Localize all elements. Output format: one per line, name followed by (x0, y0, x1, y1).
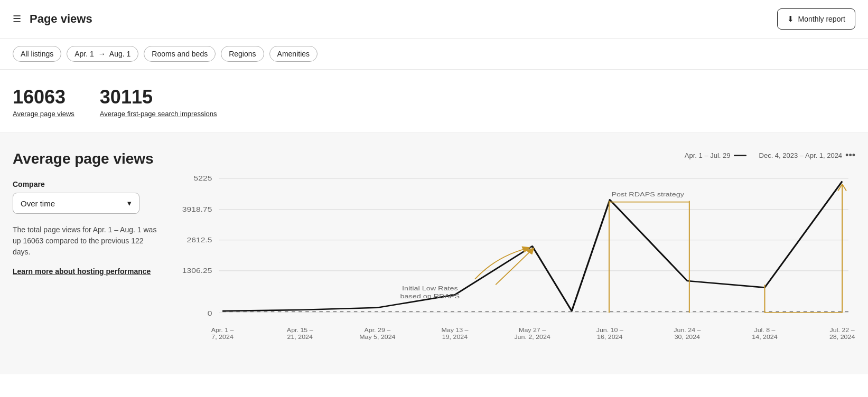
svg-text:Apr. 1 –: Apr. 1 – (211, 327, 235, 333)
svg-text:5225: 5225 (194, 174, 212, 182)
filter-bar: All listings Apr. 1 → Aug. 1 Rooms and b… (0, 39, 868, 70)
stats-section: 16063 Average page views 30115 Average f… (0, 70, 868, 133)
svg-line-21 (842, 184, 846, 191)
chart-left-panel: Average page views Compare Over time ▾ T… (13, 150, 161, 357)
svg-text:May 27 –: May 27 – (519, 327, 546, 333)
svg-text:Initial Low Rates: Initial Low Rates (402, 285, 458, 291)
svg-line-10 (496, 250, 531, 285)
svg-text:Jul. 22 –: Jul. 22 – (830, 327, 855, 333)
chart-section: Average page views Compare Over time ▾ T… (0, 133, 868, 374)
legend-solid-line (734, 155, 746, 156)
stat-page-views-label[interactable]: Average page views (13, 110, 74, 118)
compare-dropdown[interactable]: Over time ▾ (13, 193, 139, 214)
date-range-label: Apr. 1 (74, 50, 94, 58)
stat-impressions-value: 30115 (100, 87, 217, 108)
svg-text:16, 2024: 16, 2024 (597, 334, 622, 340)
svg-text:3918.75: 3918.75 (182, 205, 212, 213)
chart-right-panel: Apr. 1 – Jul. 29 Dec. 4, 2023 – Apr. 1, … (178, 150, 855, 357)
chart-legend: Apr. 1 – Jul. 29 Dec. 4, 2023 – Apr. 1, … (178, 150, 855, 161)
download-icon: ⬇ (787, 14, 794, 24)
svg-text:21, 2024: 21, 2024 (287, 334, 313, 340)
legend-series1: Apr. 1 – Jul. 29 (685, 152, 746, 159)
stat-page-views: 16063 Average page views (13, 87, 74, 118)
filter-date-range[interactable]: Apr. 1 → Aug. 1 (67, 46, 138, 62)
svg-text:May 5, 2024: May 5, 2024 (359, 334, 395, 340)
stat-impressions: 30115 Average first-page search impressi… (100, 87, 217, 118)
svg-text:Jul. 8 –: Jul. 8 – (754, 327, 776, 333)
svg-text:2612.5: 2612.5 (186, 236, 212, 243)
filter-regions[interactable]: Regions (221, 46, 264, 62)
header: ☰ Page views ⬇ Monthly report (0, 0, 868, 39)
svg-text:0: 0 (208, 309, 212, 317)
stats-row: 16063 Average page views 30115 Average f… (13, 87, 855, 118)
legend-series2: Dec. 4, 2023 – Apr. 1, 2024 ••• (759, 150, 855, 161)
svg-text:7, 2024: 7, 2024 (211, 334, 233, 340)
svg-text:Apr. 29 –: Apr. 29 – (364, 327, 391, 333)
monthly-report-label: Monthly report (798, 15, 845, 23)
legend-series2-label: Dec. 4, 2023 – Apr. 1, 2024 (759, 152, 843, 159)
chevron-down-icon: ▾ (127, 199, 132, 208)
stat-page-views-value: 16063 (13, 87, 74, 108)
header-left: ☰ Page views (13, 12, 92, 26)
svg-text:1306.25: 1306.25 (182, 267, 212, 274)
chart-svg: 5225 3918.75 2612.5 1306.25 0 Initial Lo… (178, 167, 855, 357)
filter-all-listings[interactable]: All listings (13, 46, 61, 62)
learn-more-link[interactable]: Learn more about hosting performance (13, 267, 161, 276)
legend-series1-label: Apr. 1 – Jul. 29 (685, 152, 731, 159)
filter-rooms-beds[interactable]: Rooms and beds (144, 46, 216, 62)
legend-more-options[interactable]: ••• (845, 150, 855, 161)
svg-text:Jun. 24 –: Jun. 24 – (674, 327, 701, 333)
svg-text:28, 2024: 28, 2024 (829, 334, 855, 340)
arrow-icon: → (98, 50, 106, 58)
svg-text:Post RDAPS strategy: Post RDAPS strategy (612, 191, 685, 197)
svg-text:May 13 –: May 13 – (441, 327, 469, 333)
menu-icon[interactable]: ☰ (13, 13, 21, 25)
svg-text:based on RDAPS: based on RDAPS (400, 292, 460, 299)
compare-label: Compare (13, 180, 161, 188)
svg-text:14, 2024: 14, 2024 (752, 334, 777, 340)
monthly-report-button[interactable]: ⬇ Monthly report (777, 8, 855, 30)
svg-text:19, 2024: 19, 2024 (442, 334, 468, 340)
svg-text:30, 2024: 30, 2024 (675, 334, 700, 340)
page-title: Page views (30, 12, 92, 26)
compare-selected-value: Over time (21, 199, 55, 208)
svg-text:Jun. 2, 2024: Jun. 2, 2024 (514, 334, 550, 340)
stat-impressions-label[interactable]: Average first-page search impressions (100, 110, 217, 118)
svg-text:Jun. 10 –: Jun. 10 – (596, 327, 624, 333)
chart-title: Average page views (13, 150, 161, 168)
filter-amenities[interactable]: Amenities (269, 46, 318, 62)
chart-canvas: 5225 3918.75 2612.5 1306.25 0 Initial Lo… (178, 167, 855, 357)
svg-text:Apr. 15 –: Apr. 15 – (287, 327, 314, 333)
date-range-end: Aug. 1 (109, 50, 130, 58)
chart-description: The total page views for Apr. 1 – Aug. 1… (13, 224, 161, 258)
